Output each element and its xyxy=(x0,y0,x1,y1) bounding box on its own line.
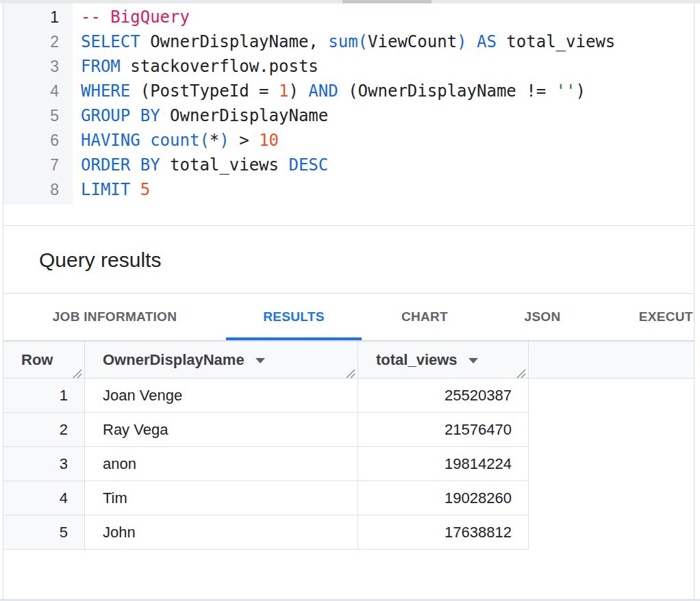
table-row: 3anon19814224 xyxy=(3,447,694,481)
code-token: ViewCount xyxy=(368,32,457,51)
column-header-label: total_views xyxy=(358,351,458,369)
row-number-cell: 5 xyxy=(3,515,85,550)
code-token: ) xyxy=(288,81,308,101)
table-row: 5John17638812 xyxy=(3,515,694,550)
row-filler-cell xyxy=(529,481,694,515)
tab-label: JOB INFORMATION xyxy=(53,309,177,324)
column-header-ownerdisplayname[interactable]: OwnerDisplayName xyxy=(85,342,358,379)
code-line[interactable]: HAVING count(*) > 10 xyxy=(81,128,694,153)
owner-display-name-cell: anon xyxy=(85,447,358,481)
code-token xyxy=(140,131,150,150)
owner-display-name-cell: Ray Vega xyxy=(85,413,358,447)
total-views-cell: 17638812 xyxy=(358,515,529,550)
tab-label: RESULTS xyxy=(263,309,324,324)
row-number-cell: 1 xyxy=(3,379,85,413)
code-token: count( xyxy=(150,131,210,150)
tab-json[interactable]: JSON xyxy=(488,294,597,340)
row-number-cell: 2 xyxy=(3,413,85,447)
code-token xyxy=(130,180,140,199)
code-line[interactable]: -- BigQuery xyxy=(81,5,694,29)
line-number: 3 xyxy=(3,54,73,79)
code-token: AND xyxy=(308,81,338,101)
code-token: total_views xyxy=(160,155,289,175)
results-table-body: 1Joan Venge255203872Ray Vega215764703ano… xyxy=(3,379,694,550)
query-results-panel-header: Query results xyxy=(3,227,694,294)
tab-label: EXECUTI xyxy=(639,309,694,324)
code-token: '' xyxy=(556,81,576,101)
total-views-cell: 25520387 xyxy=(358,379,529,413)
code-token xyxy=(467,32,477,51)
column-resize-handle-icon[interactable] xyxy=(516,366,527,376)
code-line[interactable]: SELECT OwnerDisplayName, sum(ViewCount) … xyxy=(81,29,694,54)
sql-editor[interactable]: 12345678 -- BigQuerySELECT OwnerDisplayN… xyxy=(3,3,694,226)
total-views-cell: 19814224 xyxy=(358,447,529,481)
code-line[interactable]: GROUP BY OwnerDisplayName xyxy=(81,103,694,128)
code-token: HAVING xyxy=(81,131,140,150)
tab-executi[interactable]: EXECUTI xyxy=(597,294,694,340)
row-filler-cell xyxy=(529,413,694,447)
row-number-cell: 4 xyxy=(3,481,85,515)
column-resize-handle-icon[interactable] xyxy=(345,366,356,376)
code-token: ) xyxy=(457,32,466,51)
owner-display-name-cell: John xyxy=(85,515,358,550)
code-token: OwnerDisplayName, xyxy=(140,32,329,51)
column-header-total_views[interactable]: total_views xyxy=(358,342,529,379)
table-row: 1Joan Venge25520387 xyxy=(3,379,694,413)
code-token: 5 xyxy=(140,180,150,199)
panel-right-border xyxy=(694,3,695,599)
results-table: RowOwnerDisplayNametotal_views 1Joan Ven… xyxy=(3,341,694,550)
code-token: LIMIT xyxy=(81,180,130,199)
code-line[interactable]: ORDER BY total_views DESC xyxy=(81,153,694,177)
code-token: stackoverflow.posts xyxy=(121,57,318,76)
editor-gutter: 12345678 xyxy=(3,3,73,205)
column-menu-arrow-icon[interactable] xyxy=(468,358,478,363)
code-token: > xyxy=(229,131,259,150)
code-token: * xyxy=(210,131,219,150)
line-number: 2 xyxy=(3,29,73,54)
column-header-label: OwnerDisplayName xyxy=(85,351,245,369)
tab-results[interactable]: RESULTS xyxy=(226,294,362,340)
row-filler-cell xyxy=(529,515,694,550)
line-number: 8 xyxy=(3,177,73,202)
tab-chart[interactable]: CHART xyxy=(362,294,488,340)
code-token: 10 xyxy=(259,131,279,150)
row-number-cell: 3 xyxy=(3,447,85,481)
line-number: 4 xyxy=(3,79,73,103)
code-token: -- BigQuery xyxy=(81,8,190,27)
code-line[interactable]: LIMIT 5 xyxy=(81,177,694,202)
column-header-filler xyxy=(529,342,694,379)
editor-code[interactable]: -- BigQuerySELECT OwnerDisplayName, sum(… xyxy=(81,5,694,202)
code-token: ) xyxy=(576,81,586,101)
tab-label: JSON xyxy=(525,309,561,324)
query-results-title: Query results xyxy=(39,248,161,272)
code-token: SELECT xyxy=(81,32,140,51)
code-token: FROM xyxy=(81,57,121,76)
code-token: WHERE xyxy=(81,81,130,101)
code-token: total_views xyxy=(497,32,615,51)
code-token: ORDER BY xyxy=(81,155,160,175)
owner-display-name-cell: Joan Venge xyxy=(85,379,358,413)
line-number: 5 xyxy=(3,103,73,128)
code-line[interactable]: WHERE (PostTypeId = 1) AND (OwnerDisplay… xyxy=(81,79,694,103)
results-table-header-row: RowOwnerDisplayNametotal_views xyxy=(3,341,694,379)
line-number: 7 xyxy=(3,153,73,177)
results-tab-bar: JOB INFORMATIONRESULTSCHARTJSONEXECUTI xyxy=(3,294,694,341)
table-row: 4Tim19028260 xyxy=(3,481,694,515)
row-filler-cell xyxy=(529,379,694,413)
active-tab-underline xyxy=(226,337,362,340)
total-views-cell: 21576470 xyxy=(358,413,529,447)
tab-label: CHART xyxy=(401,309,448,324)
line-number: 6 xyxy=(3,128,73,153)
code-line[interactable]: FROM stackoverflow.posts xyxy=(81,54,694,79)
column-header-label: Row xyxy=(3,351,53,369)
code-token: OwnerDisplayName xyxy=(160,106,329,125)
code-token: sum( xyxy=(328,32,368,51)
code-token: 1 xyxy=(279,81,288,101)
column-menu-arrow-icon[interactable] xyxy=(255,358,265,363)
row-filler-cell xyxy=(529,447,694,481)
column-header-row[interactable]: Row xyxy=(3,342,85,379)
code-token: DESC xyxy=(288,155,328,175)
column-resize-handle-icon[interactable] xyxy=(72,366,83,376)
tab-job-information[interactable]: JOB INFORMATION xyxy=(3,294,226,340)
code-token: ) xyxy=(219,131,229,150)
